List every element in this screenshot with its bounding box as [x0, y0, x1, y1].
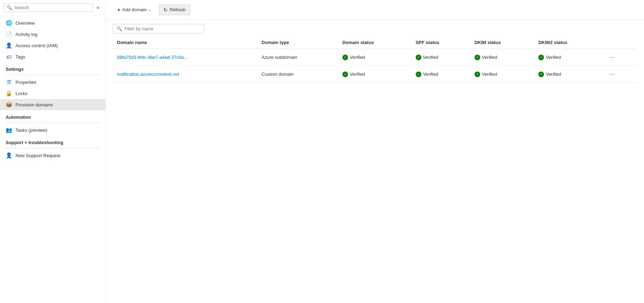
sidebar-item-label: Provision domains — [16, 102, 53, 107]
dkim2-status-text: Verified — [546, 55, 561, 60]
filter-input-wrap[interactable]: 🔍 — [113, 24, 204, 33]
check-icon: ✓ — [538, 55, 544, 60]
spf-status-badge: ✓ Verified — [416, 72, 466, 77]
settings-divider — [6, 75, 100, 75]
row-actions-cell[interactable]: ⋯ — [603, 49, 637, 66]
domain-status-badge: ✓ Verified — [342, 72, 407, 77]
domain-type-cell: Custom domain — [258, 66, 338, 83]
domain-type-cell: Azure subdomain — [258, 49, 338, 66]
sidebar-item-label: Locks — [16, 91, 27, 96]
sidebar-item-new-support-request[interactable]: 👤 New Support Request — [0, 150, 105, 161]
dkim2-status-text: Verified — [546, 72, 561, 77]
search-icon: 🔍 — [7, 5, 12, 10]
dkim2-status-badge: ✓ Verified — [538, 72, 599, 77]
sidebar-item-label: Overview — [16, 20, 35, 26]
dkim2-status-badge: ✓ Verified — [538, 55, 599, 60]
dkim-status-badge: ✓ Verified — [475, 72, 530, 77]
domain-status-badge: ✓ Verified — [342, 55, 407, 60]
refresh-button[interactable]: ↻ Refresh — [159, 5, 190, 15]
collapse-sidebar-button[interactable]: « — [94, 3, 102, 12]
sidebar-item-access-control[interactable]: 👤 Access control (IAM) — [0, 40, 105, 51]
domain-link[interactable]: notification.azurecommtest.net — [117, 72, 179, 77]
domain-name-cell[interactable]: 08fa75d3-bfdc-4be7-a4ad-37c0a... — [113, 49, 258, 66]
check-icon: ✓ — [475, 55, 480, 60]
sidebar-item-label: Access control (IAM) — [16, 43, 58, 48]
sidebar: 🔍 « 🌐 Overview 📄 Activity log 👤 Access c… — [0, 0, 106, 303]
table-body: 08fa75d3-bfdc-4be7-a4ad-37c0a... Azure s… — [113, 49, 637, 83]
spf-status-cell: ✓ Verified — [411, 49, 470, 66]
check-icon: ✓ — [342, 55, 348, 60]
sidebar-search-row: 🔍 « — [0, 0, 105, 15]
tasks-icon: 👥 — [6, 127, 12, 133]
support-icon: 👤 — [6, 152, 12, 159]
check-icon: ✓ — [475, 72, 480, 77]
domains-table: Domain name Domain type Domain status SP… — [113, 36, 637, 83]
domain-link[interactable]: 08fa75d3-bfdc-4be7-a4ad-37c0a... — [117, 55, 187, 60]
domain-status-text: Verified — [350, 55, 365, 60]
domain-name-cell[interactable]: notification.azurecommtest.net — [113, 66, 258, 83]
provision-icon: 📦 — [6, 101, 12, 108]
sidebar-item-label: Tasks (preview) — [16, 128, 47, 133]
sidebar-item-label: Properties — [16, 80, 36, 85]
check-icon: ✓ — [342, 72, 348, 77]
sidebar-item-locks[interactable]: 🔒 Locks — [0, 88, 105, 99]
sidebar-item-label: New Support Request — [16, 153, 60, 158]
iam-icon: 👤 — [6, 42, 12, 49]
add-domain-button[interactable]: + Add domain ⌄ — [113, 4, 156, 15]
properties-icon: ☰ — [6, 79, 12, 85]
locks-icon: 🔒 — [6, 90, 12, 97]
dkim-status-text: Verified — [482, 72, 497, 77]
sidebar-item-overview[interactable]: 🌐 Overview — [0, 17, 105, 29]
support-section-header: Support + troubleshooting — [0, 136, 105, 147]
sidebar-nav: 🌐 Overview 📄 Activity log 👤 Access contr… — [0, 15, 105, 163]
check-icon: ✓ — [538, 72, 544, 77]
check-icon: ✓ — [416, 72, 421, 77]
check-icon: ✓ — [416, 55, 421, 60]
table-header: Domain name Domain type Domain status SP… — [113, 36, 637, 49]
dkim-status-cell: ✓ Verified — [470, 49, 534, 66]
col-actions — [603, 36, 637, 49]
sidebar-item-label: Activity log — [16, 32, 37, 37]
dkim-status-text: Verified — [482, 55, 497, 60]
col-domain-status: Domain status — [338, 36, 411, 49]
settings-section-header: Settings — [0, 62, 105, 73]
domains-table-container: Domain name Domain type Domain status SP… — [106, 36, 644, 303]
refresh-label: Refresh — [169, 7, 186, 12]
sidebar-search-box[interactable]: 🔍 — [4, 3, 93, 12]
tags-icon: 🏷 — [6, 54, 12, 60]
filter-bar: 🔍 — [106, 20, 644, 36]
toolbar: + Add domain ⌄ ↻ Refresh — [106, 0, 644, 20]
search-input[interactable] — [14, 5, 90, 10]
dkim-status-badge: ✓ Verified — [475, 55, 530, 60]
table-row: notification.azurecommtest.net Custom do… — [113, 66, 637, 83]
sidebar-item-tasks-preview[interactable]: 👥 Tasks (preview) — [0, 124, 105, 136]
domain-status-cell: ✓ Verified — [338, 49, 411, 66]
sidebar-item-tags[interactable]: 🏷 Tags — [0, 51, 105, 62]
main-content: + Add domain ⌄ ↻ Refresh 🔍 Domain name D… — [106, 0, 644, 303]
chevron-down-icon: ⌄ — [148, 7, 151, 12]
col-dkim-status: DKIM status — [470, 36, 534, 49]
activity-icon: 📄 — [6, 31, 12, 37]
sidebar-item-provision-domains[interactable]: 📦 Provision domains — [0, 99, 105, 110]
more-actions-button[interactable]: ⋯ — [607, 53, 617, 61]
filter-search-icon: 🔍 — [117, 26, 122, 31]
sidebar-item-properties[interactable]: ☰ Properties — [0, 76, 105, 88]
support-divider — [6, 148, 100, 148]
col-domain-name: Domain name — [113, 36, 258, 49]
refresh-icon: ↻ — [163, 7, 168, 13]
filter-input[interactable] — [124, 26, 200, 31]
domain-status-text: Verified — [350, 72, 365, 77]
sidebar-item-activity-log[interactable]: 📄 Activity log — [0, 29, 105, 40]
domain-status-cell: ✓ Verified — [338, 66, 411, 83]
dkim2-status-cell: ✓ Verified — [534, 49, 603, 66]
spf-status-cell: ✓ Verified — [411, 66, 470, 83]
add-domain-label: Add domain — [122, 7, 147, 12]
plus-icon: + — [117, 7, 120, 13]
col-domain-type: Domain type — [258, 36, 338, 49]
row-actions-cell[interactable]: ⋯ — [603, 66, 637, 83]
automation-divider — [6, 123, 100, 123]
dkim2-status-cell: ✓ Verified — [534, 66, 603, 83]
spf-status-text: Verified — [423, 72, 438, 77]
table-row: 08fa75d3-bfdc-4be7-a4ad-37c0a... Azure s… — [113, 49, 637, 66]
more-actions-button[interactable]: ⋯ — [607, 70, 617, 78]
